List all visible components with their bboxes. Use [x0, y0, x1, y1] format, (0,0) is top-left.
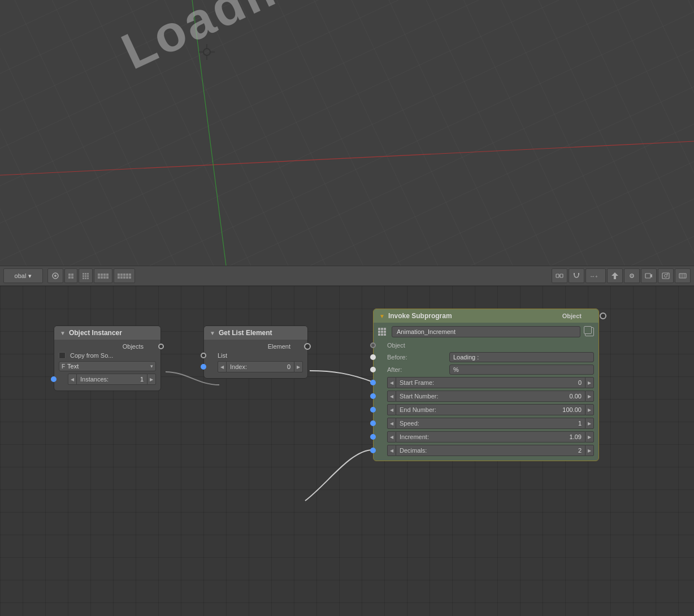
invoke-startnumber-socket-left[interactable]	[370, 393, 376, 399]
invoke-increment-socket-left[interactable]	[370, 434, 376, 440]
subprogram-copy-icon[interactable]	[585, 327, 594, 336]
svg-point-19	[631, 275, 632, 276]
increment-increase-btn[interactable]: ▶	[585, 431, 594, 443]
index-increase-btn[interactable]: ▶	[294, 361, 303, 372]
node-object-instancer[interactable]: ▼ Object Instancer Objects Copy from So.…	[54, 326, 161, 391]
svg-rect-22	[662, 273, 669, 279]
decimals-increase-btn[interactable]: ▶	[585, 445, 594, 456]
instancer-instances-socket-left[interactable]	[51, 376, 57, 382]
toolbar-video-icon[interactable]	[675, 268, 691, 283]
grid3x3-icon	[83, 273, 89, 279]
toolbar-groups2[interactable]	[114, 268, 135, 283]
svg-point-9	[54, 275, 57, 277]
endnumber-decrease-btn[interactable]: ◀	[387, 404, 396, 415]
endnumber-control: ◀ End Number: 100.00 ▶	[387, 404, 594, 415]
getlist-collapse-icon[interactable]: ▼	[210, 330, 215, 336]
grid4x2-icon	[98, 274, 109, 279]
subprogram-name-text: Animation_Increment	[397, 328, 456, 335]
invoke-after-value[interactable]: %	[449, 365, 594, 375]
instancer-text-row: F Text ▾	[59, 361, 156, 371]
toolbar-magnet-icon[interactable]	[569, 268, 584, 283]
instancer-objects-label: Objects	[123, 343, 144, 350]
decimals-control: ◀ Decimals: 2 ▶	[387, 445, 594, 456]
svg-marker-21	[650, 274, 652, 277]
node-get-list-element[interactable]: ▼ Get List Element Element List ◀ Index:…	[203, 326, 308, 379]
startframe-increase-btn[interactable]: ▶	[585, 377, 594, 388]
viewport-3d[interactable]: Loading : 0.00%	[0, 0, 694, 266]
startframe-decrease-btn[interactable]: ◀	[387, 377, 396, 388]
endnumber-label: End Number:	[396, 404, 559, 415]
increment-decrease-btn[interactable]: ◀	[387, 431, 396, 443]
toolbar-icon-2[interactable]	[64, 268, 77, 283]
render-icon	[662, 272, 670, 280]
decimals-label: Decimals:	[396, 445, 575, 456]
invoke-decimals-socket-left[interactable]	[370, 448, 376, 453]
instancer-objects-socket-right[interactable]	[158, 344, 164, 349]
increment-label: Increment:	[396, 431, 566, 443]
speed-control: ◀ Speed: 1 ▶	[387, 418, 594, 429]
getlist-element-label: Element	[268, 343, 290, 350]
video-icon	[679, 272, 687, 280]
toolbar-link-icon[interactable]	[552, 268, 567, 283]
getlist-list-socket-left[interactable]	[201, 353, 206, 358]
toolbar-transform-icon[interactable]: ↔ +	[585, 268, 606, 283]
invoke-speed-socket-left[interactable]	[370, 420, 376, 426]
instancer-objects-row: Objects	[59, 343, 156, 350]
link-icon	[556, 272, 563, 280]
speed-increase-btn[interactable]: ▶	[585, 418, 594, 429]
toolbar-camera-view[interactable]	[641, 268, 657, 283]
startframe-value: 0	[575, 377, 585, 388]
index-value: 0	[284, 361, 294, 372]
toolbar-arrow-icon[interactable]	[607, 268, 623, 283]
toolbar-render-icon[interactable]	[658, 268, 674, 283]
toolbar-icon-3[interactable]	[79, 268, 93, 283]
invoke-before-socket-left[interactable]	[370, 354, 376, 360]
getlist-index-socket-left[interactable]	[201, 364, 206, 370]
toolbar-icon-1[interactable]	[47, 268, 63, 283]
node-getlist-header: ▼ Get List Element	[204, 326, 307, 340]
node-editor[interactable]: ▼ Object Instancer Objects Copy from So.…	[0, 286, 694, 616]
invoke-startframe-socket-left[interactable]	[370, 380, 376, 385]
invoke-before-row: Before: Loading :	[378, 352, 594, 362]
invoke-endnumber-socket-left[interactable]	[370, 407, 376, 413]
invoke-subprogram-control: Animation_Increment	[378, 326, 594, 337]
endnumber-increase-btn[interactable]: ▶	[585, 404, 594, 415]
invoke-object-socket-right[interactable]	[600, 313, 606, 319]
instancer-collapse-icon[interactable]: ▼	[60, 330, 66, 336]
index-decrease-btn[interactable]: ◀	[218, 361, 227, 372]
invoke-collapse-icon[interactable]: ▼	[379, 313, 385, 319]
instances-decrease-btn[interactable]: ◀	[68, 374, 77, 385]
speed-decrease-btn[interactable]: ◀	[387, 418, 396, 429]
startnumber-increase-btn[interactable]: ▶	[585, 391, 594, 402]
invoke-object-right-label: Object	[562, 313, 582, 319]
invoke-object-socket-left[interactable]	[370, 342, 376, 348]
getlist-element-row: Element	[209, 343, 303, 350]
svg-marker-17	[611, 272, 618, 279]
instances-increase-btn[interactable]: ▶	[147, 374, 156, 385]
toolbar-snap-icon[interactable]	[624, 268, 640, 283]
invoke-after-socket-left[interactable]	[370, 367, 376, 372]
decimals-decrease-btn[interactable]: ◀	[387, 445, 396, 456]
getlist-element-socket-right[interactable]	[304, 343, 311, 350]
increment-value: 1.09	[566, 431, 585, 443]
instancer-copy-checkbox[interactable]	[59, 352, 66, 359]
instances-value: 1	[137, 374, 147, 385]
mode-selector[interactable]: obal ▾	[3, 268, 43, 283]
getlist-index-control: ◀ Index: 0 ▶	[218, 361, 303, 372]
magnet-icon	[572, 272, 580, 280]
startframe-label: Start Frame:	[396, 377, 575, 388]
invoke-startframe-row: ◀ Start Frame: 0 ▶	[378, 377, 594, 388]
svg-rect-11	[560, 274, 563, 277]
instances-label-text: Instances:	[77, 374, 137, 385]
invoke-speed-row: ◀ Speed: 1 ▶	[378, 418, 594, 429]
node-invoke-subprogram[interactable]: ▼ Invoke Subprogram Object Animation_Inc…	[373, 309, 599, 461]
instancer-text-selector[interactable]: F Text ▾	[59, 361, 156, 371]
instancer-copy-label: Copy from So...	[70, 352, 113, 359]
svg-rect-10	[556, 274, 559, 277]
toolbar-groups1[interactable]	[94, 268, 112, 283]
startnumber-decrease-btn[interactable]: ◀	[387, 391, 396, 402]
transform-icon: ↔ +	[589, 272, 602, 280]
endnumber-value: 100.00	[559, 404, 585, 415]
subprogram-name-btn[interactable]: Animation_Increment	[392, 326, 580, 337]
invoke-before-value[interactable]: Loading :	[449, 352, 594, 362]
